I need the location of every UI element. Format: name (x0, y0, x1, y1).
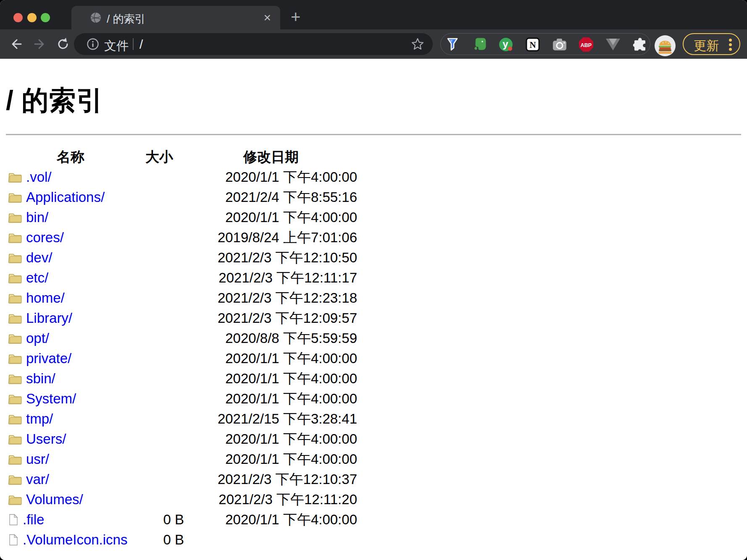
folder-icon (8, 272, 22, 284)
file-date: 2019/8/24 上午7:01:06 (185, 228, 357, 247)
hamburger-avatar-image (655, 35, 676, 56)
file-link[interactable]: System/ (26, 391, 76, 407)
tab-title: / 的索引 (107, 12, 145, 26)
file-date: 2021/2/3 下午12:11:20 (185, 490, 357, 509)
folder-icon (8, 252, 22, 264)
file-link[interactable]: home/ (26, 290, 65, 306)
back-button-icon[interactable] (8, 37, 24, 52)
folder-icon (8, 292, 22, 304)
listing-rows: .vol/ 2020/1/1 下午4:00:00 Applications/ 2… (7, 167, 747, 550)
file-date: 2021/2/3 下午12:23:18 (185, 289, 357, 308)
directory-index-page: / 的索引 名称 大小 修改日期 .vol/ 2020/1/1 下午4:00:0… (0, 59, 747, 560)
table-row: private/ 2020/1/1 下午4:00:00 (7, 348, 747, 369)
active-tab[interactable]: / 的索引 × (71, 6, 280, 29)
page-info-icon[interactable] (87, 38, 99, 50)
globe-favicon-icon (90, 12, 102, 24)
table-row: var/ 2021/2/3 下午12:10:37 (7, 469, 747, 489)
file-link[interactable]: .file (23, 512, 44, 528)
vue-devtools-extension-icon[interactable] (605, 37, 621, 52)
file-link[interactable]: Library/ (26, 310, 72, 326)
file-link[interactable]: tmp/ (26, 411, 53, 427)
folder-icon (8, 212, 22, 223)
table-row: Applications/ 2021/2/4 下午8:55:16 (7, 187, 747, 207)
file-link[interactable]: sbin/ (26, 371, 55, 387)
folder-icon (8, 494, 22, 505)
table-row: tmp/ 2021/2/15 下午3:28:41 (7, 409, 747, 429)
profile-avatar[interactable] (655, 35, 676, 56)
table-row: dev/ 2021/2/3 下午12:10:50 (7, 248, 747, 268)
blue-funnel-extension-icon[interactable] (445, 37, 460, 52)
evernote-elephant-icon[interactable] (472, 37, 487, 52)
abp-label: ABP (581, 42, 592, 48)
file-link[interactable]: var/ (26, 471, 49, 487)
folder-icon (8, 191, 22, 203)
toolbar: 文件 / y N (0, 29, 747, 59)
extensions-puzzle-icon[interactable] (632, 37, 647, 52)
maximize-window-button[interactable] (41, 13, 50, 22)
header-date[interactable]: 修改日期 (185, 148, 357, 167)
file-date: 2020/1/1 下午4:00:00 (185, 208, 357, 227)
header-size[interactable]: 大小 (134, 148, 185, 167)
file-size: 0 B (134, 532, 185, 548)
folder-icon (8, 312, 22, 324)
file-link[interactable]: cores/ (26, 230, 64, 246)
title-divider (6, 134, 741, 135)
file-link[interactable]: Users/ (26, 431, 66, 447)
file-link[interactable]: opt/ (26, 330, 49, 346)
file-link[interactable]: .vol/ (26, 169, 52, 185)
file-date: 2021/2/4 下午8:55:16 (185, 188, 357, 207)
tab-strip: / 的索引 × + (0, 0, 747, 29)
tab-close-icon[interactable]: × (263, 10, 271, 25)
y-badge-extension-icon[interactable]: y (498, 37, 513, 52)
table-row: opt/ 2020/8/8 下午5:59:59 (7, 328, 747, 348)
folder-icon (8, 474, 22, 485)
file-link[interactable]: Applications/ (26, 189, 105, 205)
file-date: 2020/1/1 下午4:00:00 (185, 450, 357, 469)
file-link[interactable]: bin/ (26, 209, 48, 225)
table-row: cores/ 2019/8/24 上午7:01:06 (7, 228, 747, 248)
notion-extension-icon[interactable]: N (525, 37, 540, 52)
folder-icon (8, 393, 22, 405)
file-date: 2020/1/1 下午4:00:00 (185, 349, 357, 368)
camera-extension-icon[interactable] (552, 37, 567, 52)
notion-letter: N (529, 40, 536, 50)
chrome-update-menu-button[interactable]: 更新 (683, 33, 740, 55)
close-window-button[interactable] (13, 13, 23, 22)
folder-icon (8, 332, 22, 344)
file-icon (8, 534, 18, 546)
kebab-menu-icon (729, 39, 732, 51)
folder-icon (8, 232, 22, 243)
forward-button-icon[interactable] (32, 37, 47, 52)
omnibox-divider (133, 38, 134, 50)
browser-window: / 的索引 × + 文件 / (0, 0, 747, 560)
address-bar[interactable]: 文件 / (74, 33, 433, 55)
table-row: Volumes/ 2021/2/3 下午12:11:20 (7, 489, 747, 510)
file-link[interactable]: Volumes/ (26, 492, 83, 508)
file-date: 2021/2/3 下午12:10:37 (185, 470, 357, 489)
file-link[interactable]: .VolumeIcon.icns (23, 532, 127, 548)
new-tab-button[interactable]: + (291, 9, 300, 24)
y-badge-letter: y (502, 38, 508, 50)
file-link[interactable]: etc/ (26, 270, 48, 286)
folder-icon (8, 373, 22, 385)
abp-extension-icon[interactable]: ABP (579, 37, 594, 52)
file-link[interactable]: usr/ (26, 451, 49, 467)
file-listing: 名称 大小 修改日期 .vol/ 2020/1/1 下午4:00:00 (0, 147, 747, 550)
folder-icon (8, 413, 22, 425)
header-name[interactable]: 名称 (7, 148, 134, 167)
file-link[interactable]: private/ (26, 351, 71, 366)
file-date: 2020/1/1 下午4:00:00 (185, 168, 357, 187)
minimize-window-button[interactable] (27, 13, 37, 22)
table-row: System/ 2020/1/1 下午4:00:00 (7, 389, 747, 409)
folder-icon (8, 353, 22, 364)
table-row: Library/ 2021/2/3 下午12:09:57 (7, 308, 747, 328)
file-date: 2021/2/3 下午12:11:17 (185, 269, 357, 288)
table-row: sbin/ 2020/1/1 下午4:00:00 (7, 369, 747, 389)
folder-icon (8, 433, 22, 445)
url-scheme-chip: 文件 (104, 38, 129, 55)
table-row: usr/ 2020/1/1 下午4:00:00 (7, 449, 747, 469)
file-link[interactable]: dev/ (26, 250, 52, 266)
table-row: etc/ 2021/2/3 下午12:11:17 (7, 268, 747, 288)
reload-button-icon[interactable] (55, 37, 71, 52)
bookmark-star-icon[interactable] (411, 37, 424, 51)
